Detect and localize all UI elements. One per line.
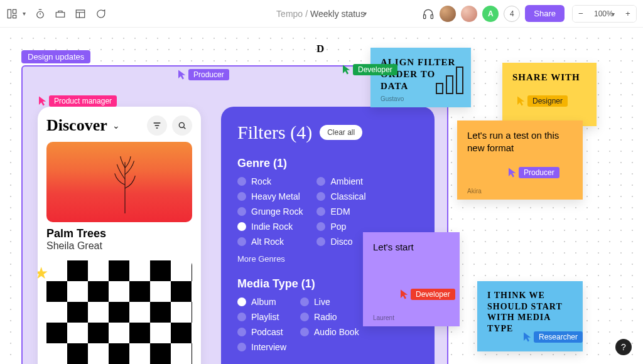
radio-icon: [237, 343, 246, 351]
clear-all-button[interactable]: Clear all: [320, 125, 362, 140]
filter-option[interactable]: Pop: [316, 222, 365, 232]
workspace-name: Tempo: [276, 9, 303, 19]
board-menu-icon[interactable]: [6, 8, 18, 19]
filter-option-label: Heavy Metal: [251, 191, 300, 201]
radio-icon: [237, 297, 246, 306]
track-title: Palm Trees: [46, 227, 192, 240]
radio-icon: [316, 222, 325, 231]
chevron-down-icon[interactable]: ▾: [23, 10, 26, 17]
filter-option[interactable]: Grunge Rock: [237, 206, 303, 217]
filter-option[interactable]: Disco: [316, 237, 365, 247]
timer-icon[interactable]: [35, 8, 46, 19]
radio-icon: [237, 192, 246, 201]
svg-rect-0: [8, 9, 11, 18]
radio-icon: [316, 207, 325, 216]
filter-option[interactable]: Ambient: [316, 176, 365, 186]
search-icon[interactable]: [172, 115, 192, 136]
stray-text[interactable]: D: [316, 43, 324, 55]
avatar[interactable]: [440, 6, 456, 22]
filter-option-label: Podcast: [251, 327, 283, 337]
radio-icon: [300, 297, 309, 306]
avatar[interactable]: [461, 6, 477, 22]
top-bar-right: A 4 Share − 100% ▾ +: [422, 5, 637, 23]
presence-count[interactable]: 4: [504, 6, 520, 22]
filter-option-label: Audio Book: [314, 327, 359, 337]
filter-option-label: Classical: [330, 191, 365, 201]
sticky-text: Share with: [512, 72, 586, 83]
canvas[interactable]: D Design updates Discover ⌄ Palm Trees S…: [0, 28, 643, 364]
comment-icon[interactable]: [95, 8, 106, 19]
share-button[interactable]: Share: [525, 5, 565, 22]
radio-icon: [237, 177, 246, 186]
document-name: Weekly status: [310, 9, 365, 19]
filter-option[interactable]: Album: [237, 297, 286, 307]
top-bar: ▾ Tempo / Weekly status ▾ A 4 Share − 10…: [0, 0, 643, 28]
filter-option[interactable]: Interview: [237, 342, 286, 352]
sticky-note[interactable]: Share with: [502, 63, 597, 126]
sticky-note[interactable]: Align filter order to data Gustavo: [370, 48, 471, 107]
sticky-note[interactable]: Let's start Laurent: [363, 232, 460, 326]
filter-option[interactable]: Alt Rock: [237, 237, 303, 247]
svg-rect-5: [424, 14, 426, 18]
sticky-text: Let's start: [373, 241, 450, 254]
radio-icon: [300, 328, 309, 336]
album-art: [46, 260, 192, 364]
genre-heading: Genre (1): [237, 157, 418, 170]
filter-option[interactable]: Heavy Metal: [237, 191, 303, 201]
toolbox-icon[interactable]: [55, 8, 66, 19]
sticky-note[interactable]: I think we should start with media type: [477, 281, 583, 351]
zoom-level[interactable]: 100% ▾: [589, 9, 620, 18]
track-artist: Sheila Great: [46, 240, 192, 252]
chevron-down-icon[interactable]: ▾: [364, 10, 367, 17]
sticky-author: Gustavo: [381, 95, 461, 102]
frame-tag[interactable]: Design updates: [21, 50, 90, 63]
chevron-down-icon[interactable]: ⌄: [112, 120, 120, 131]
filter-option[interactable]: Playlist: [237, 312, 286, 322]
filter-option-label: Rock: [251, 176, 271, 186]
radio-icon: [300, 313, 309, 321]
sticky-text: I think we should start with media type: [487, 290, 573, 334]
bar-chart-icon: [436, 64, 465, 94]
filter-option[interactable]: Rock: [237, 176, 303, 186]
filter-option-label: Album: [251, 297, 276, 307]
filter-icon[interactable]: [147, 115, 167, 136]
zoom-in-button[interactable]: +: [620, 6, 636, 22]
filter-option[interactable]: Live: [300, 297, 359, 307]
sticky-note[interactable]: Let's run a test on this new format Akir…: [457, 120, 583, 200]
filter-option-label: Live: [314, 297, 330, 307]
radio-icon: [316, 192, 325, 201]
help-button[interactable]: ?: [615, 339, 632, 355]
star-icon[interactable]: ★: [38, 264, 48, 283]
filter-option[interactable]: Indie Rock: [237, 222, 303, 232]
layout-icon[interactable]: [75, 8, 86, 19]
avatar[interactable]: A: [482, 6, 499, 22]
album-art: [46, 142, 192, 222]
radio-icon: [237, 328, 246, 336]
top-bar-left: ▾: [6, 8, 106, 19]
sticky-text: Let's run a test on this new format: [467, 129, 573, 154]
breadcrumb[interactable]: Tempo / Weekly status ▾: [276, 9, 367, 19]
radio-icon: [237, 313, 246, 321]
filter-option[interactable]: Radio: [300, 312, 359, 322]
filter-option-label: Disco: [330, 237, 352, 247]
filter-option-label: Indie Rock: [251, 222, 293, 232]
zoom-out-button[interactable]: −: [573, 6, 589, 22]
filter-option[interactable]: Audio Book: [300, 327, 359, 337]
filter-option[interactable]: Podcast: [237, 327, 286, 337]
filter-option-label: Ambient: [330, 176, 362, 186]
sticky-author: Akira: [467, 188, 573, 195]
sticky-author: Laurent: [373, 314, 394, 321]
zoom-group: − 100% ▾ +: [572, 5, 637, 23]
filter-option-label: Grunge Rock: [251, 206, 303, 217]
headphones-icon[interactable]: [422, 8, 435, 20]
mobile-mock[interactable]: Discover ⌄ Palm Trees Sheila Great ★: [38, 107, 201, 364]
radio-icon: [237, 222, 246, 231]
radio-icon: [316, 177, 325, 186]
filter-option-label: Alt Rock: [251, 237, 284, 247]
filter-option-label: Radio: [314, 312, 337, 322]
svg-rect-6: [431, 14, 433, 18]
radio-icon: [237, 207, 246, 216]
filter-option[interactable]: Classical: [316, 191, 365, 201]
filter-option-label: EDM: [330, 206, 350, 217]
filter-option[interactable]: EDM: [316, 206, 365, 217]
